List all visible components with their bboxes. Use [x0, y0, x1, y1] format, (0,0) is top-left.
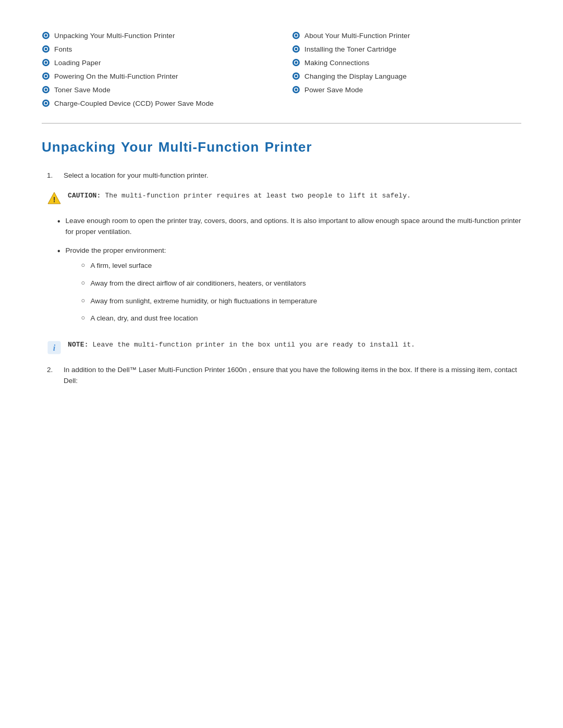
- caution-label: CAUTION:: [68, 192, 101, 200]
- page-title: Unpacking Your Multi-Function Printer: [42, 139, 521, 155]
- note-icon: i: [47, 340, 62, 355]
- bullet-item-2: Provide the proper environment: A firm, …: [57, 245, 521, 330]
- toc-right-column: About Your Multi-Function Printer Instal…: [292, 31, 521, 107]
- toc-item-5[interactable]: Toner Save Mode: [42, 85, 271, 94]
- toc-bullet-icon-1: [42, 31, 50, 40]
- bullet-item-1: Leave enough room to open the printer tr…: [57, 215, 521, 238]
- svg-point-20: [295, 34, 298, 37]
- toc-item-r2[interactable]: Installing the Toner Cartridge: [292, 45, 521, 53]
- step-1: Select a location for your multi-functio…: [47, 170, 521, 181]
- caution-icon: !: [47, 191, 62, 206]
- svg-point-32: [295, 89, 298, 91]
- toc-item-r1[interactable]: About Your Multi-Function Printer: [292, 31, 521, 40]
- toc-item-1[interactable]: Unpacking Your Multi-Function Printer: [42, 31, 271, 40]
- toc-bullet-icon-3: [42, 58, 50, 67]
- svg-point-17: [45, 102, 47, 105]
- svg-point-26: [295, 61, 298, 64]
- toc-bullet-icon-r2: [292, 45, 300, 53]
- note-label: NOTE:: [68, 341, 89, 349]
- toc-bullet-icon-r3: [292, 58, 300, 67]
- svg-point-8: [45, 61, 47, 64]
- svg-text:i: i: [53, 343, 56, 352]
- toc-item-3[interactable]: Loading Paper: [42, 58, 271, 67]
- bullet-item-1-text: Leave enough room to open the printer tr…: [66, 215, 521, 238]
- toc-item-r5[interactable]: Power Save Mode: [292, 85, 521, 94]
- toc-bullet-icon-4: [42, 72, 50, 80]
- svg-point-29: [295, 75, 298, 78]
- caution-text: CAUTION: The multi-function printer requ…: [68, 191, 411, 202]
- svg-point-14: [45, 89, 47, 91]
- sub-bullet-3: Away from sunlight, extreme humidity, or…: [81, 295, 317, 307]
- svg-point-2: [45, 34, 47, 37]
- section-divider: [42, 123, 521, 124]
- step-2: In addition to the Dell™ Laser Multi-Fun…: [47, 364, 521, 387]
- svg-text:!: !: [53, 195, 56, 204]
- bullet-item-2-content: Provide the proper environment: A firm, …: [66, 245, 317, 330]
- toc-bullet-icon-6: [42, 99, 50, 107]
- bullet-list: Leave enough room to open the printer tr…: [47, 215, 521, 330]
- caution-box: ! CAUTION: The multi-function printer re…: [47, 191, 521, 206]
- toc-bullet-icon-2: [42, 45, 50, 53]
- toc-section: Unpacking Your Multi-Function Printer Fo…: [42, 31, 521, 107]
- numbered-list: Select a location for your multi-functio…: [47, 170, 521, 181]
- toc-item-4[interactable]: Powering On the Multi-Function Printer: [42, 72, 271, 80]
- content-body: Select a location for your multi-functio…: [42, 170, 521, 387]
- sub-bullet-4: A clean, dry, and dust free location: [81, 313, 317, 324]
- main-content: Unpacking Your Multi-Function Printer Se…: [42, 139, 521, 387]
- sub-bullet-list: A firm, level surface Away from the dire…: [66, 260, 317, 324]
- toc-left-column: Unpacking Your Multi-Function Printer Fo…: [42, 31, 271, 107]
- toc-bullet-icon-r5: [292, 85, 300, 94]
- sub-bullet-1: A firm, level surface: [81, 260, 317, 272]
- toc-item-2[interactable]: Fonts: [42, 45, 271, 53]
- toc-item-r3[interactable]: Making Connections: [292, 58, 521, 67]
- toc-item-r4[interactable]: Changing the Display Language: [292, 72, 521, 80]
- toc-bullet-icon-r4: [292, 72, 300, 80]
- svg-point-11: [45, 75, 47, 78]
- note-box: i NOTE: Leave the multi-function printer…: [47, 340, 521, 355]
- bullet-item-2-text: Provide the proper environment:: [66, 246, 166, 254]
- numbered-list-2: In addition to the Dell™ Laser Multi-Fun…: [47, 364, 521, 387]
- svg-point-5: [45, 48, 47, 51]
- toc-item-6[interactable]: Charge-Coupled Device (CCD) Power Save M…: [42, 99, 271, 107]
- caution-body: The multi-function printer requires at l…: [105, 192, 411, 200]
- svg-point-23: [295, 48, 298, 51]
- note-body: Leave the multi-function printer in the …: [93, 341, 415, 349]
- toc-bullet-icon-5: [42, 85, 50, 94]
- toc-bullet-icon-r1: [292, 31, 300, 40]
- sub-bullet-2: Away from the direct airflow of air cond…: [81, 278, 317, 289]
- note-text: NOTE: Leave the multi-function printer i…: [68, 340, 415, 351]
- step-2-text: In addition to the Dell™ Laser Multi-Fun…: [64, 364, 521, 387]
